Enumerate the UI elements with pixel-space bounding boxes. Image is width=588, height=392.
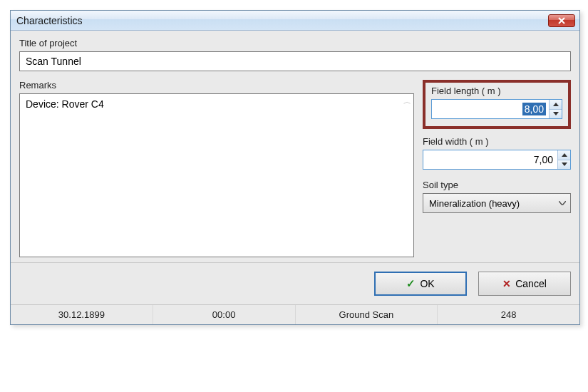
ok-button-label: OK: [420, 278, 434, 289]
dialog-title: Characteristics: [16, 15, 548, 26]
check-icon: ✓: [406, 277, 416, 290]
field-length-input[interactable]: 8,00: [432, 100, 549, 118]
ok-button[interactable]: ✓ OK: [374, 272, 467, 296]
chevron-down-icon: [553, 112, 559, 115]
field-length-highlight: Field length ( m ) 8,00: [423, 80, 571, 129]
cancel-button[interactable]: ✕ Cancel: [478, 272, 571, 296]
chevron-up-icon: [553, 103, 559, 106]
statusbar: 30.12.1899 00:00 Ground Scan 248: [11, 304, 579, 324]
field-width-spinner[interactable]: [423, 150, 571, 170]
field-width-label: Field width ( m ): [423, 136, 571, 147]
field-length-spinner[interactable]: 8,00: [431, 99, 562, 119]
dialog-body: Title of project Remarks ︿ Field length …: [11, 31, 579, 262]
titlebar[interactable]: Characteristics: [11, 11, 579, 31]
field-width-down-button[interactable]: [558, 160, 570, 170]
chevron-up-icon: [562, 153, 567, 157]
field-width-input[interactable]: [423, 150, 557, 169]
remarks-label: Remarks: [19, 80, 414, 91]
cancel-button-label: Cancel: [515, 278, 547, 289]
soil-type-label: Soil type: [423, 180, 571, 190]
close-icon: [557, 17, 566, 24]
x-icon: ✕: [502, 278, 511, 289]
field-length-value: 8,00: [522, 103, 546, 115]
title-of-project-input[interactable]: [19, 51, 571, 71]
field-length-up-button[interactable]: [550, 100, 562, 110]
button-row: ✓ OK ✕ Cancel: [11, 262, 579, 304]
chevron-down-icon: [559, 201, 566, 205]
title-of-project-label: Title of project: [19, 38, 571, 48]
status-count: 248: [438, 305, 579, 324]
status-date: 30.12.1899: [11, 305, 153, 324]
soil-type-value: Mineralization (heavy): [429, 198, 559, 209]
close-button[interactable]: [548, 14, 575, 27]
field-length-down-button[interactable]: [550, 110, 562, 119]
field-width-up-button[interactable]: [558, 150, 570, 160]
status-time: 00:00: [153, 305, 296, 324]
remarks-textarea[interactable]: [19, 93, 414, 257]
soil-type-select[interactable]: Mineralization (heavy): [423, 193, 571, 213]
characteristics-dialog: Characteristics Title of project Remarks…: [10, 10, 580, 325]
chevron-down-icon: [562, 163, 567, 166]
status-mode: Ground Scan: [296, 305, 438, 324]
field-length-label: Field length ( m ): [431, 86, 562, 96]
